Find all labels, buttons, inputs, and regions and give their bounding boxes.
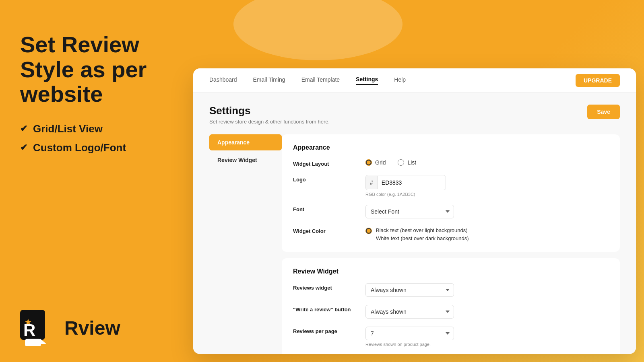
widget-color-radio[interactable] — [365, 228, 372, 234]
logo-row: Logo # RGB color (e.g. 1A2B3C) — [293, 175, 609, 197]
nav-settings[interactable]: Settings — [356, 76, 378, 85]
reviews-widget-select[interactable]: Always shown Hidden Custom — [365, 283, 454, 297]
check-icon: ✔ — [20, 123, 27, 134]
nav-bar: Dashboard Email Timing Email Template Se… — [193, 68, 636, 93]
reviews-widget-control: Always shown Hidden Custom — [365, 283, 609, 297]
appearance-section: Appearance Widget Layout Grid — [282, 134, 620, 252]
svg-text:R: R — [23, 321, 35, 339]
settings-sidebar: Appearance Review Widget — [209, 134, 282, 354]
settings-header: Settings Set review store design & other… — [209, 105, 620, 125]
check-icon: ✔ — [20, 142, 27, 153]
write-review-row: "Write a review" button Always shown Hid… — [293, 305, 609, 319]
font-label: Font — [293, 205, 357, 212]
widget-layout-list-radio[interactable] — [398, 159, 404, 166]
font-control: Select Font Arial Roboto Open Sans Lato — [365, 205, 609, 218]
rgb-hint: RGB color (e.g. 1A2B3C) — [365, 192, 609, 197]
feature-list: ✔ Grid/List View ✔ Custom Logo/Font — [20, 123, 173, 160]
save-button[interactable]: Save — [587, 105, 620, 119]
widget-layout-grid-option[interactable]: Grid — [365, 159, 386, 166]
sidebar-item-appearance[interactable]: Appearance — [209, 134, 282, 150]
settings-title: Settings — [209, 105, 330, 117]
reviews-widget-row: Reviews widget Always shown Hidden Custo… — [293, 283, 609, 297]
color-text-input[interactable] — [378, 176, 446, 189]
nav-email-timing[interactable]: Email Timing — [253, 76, 285, 84]
review-widget-section-title: Review Widget — [293, 268, 609, 275]
logo-control: # RGB color (e.g. 1A2B3C) — [365, 175, 609, 197]
widget-layout-list-option[interactable]: List — [398, 159, 416, 166]
widget-layout-radio-group: Grid List — [365, 159, 609, 166]
logo-input-group: # — [365, 175, 446, 190]
logo-label: Logo — [293, 175, 357, 183]
settings-main: Appearance Widget Layout Grid — [282, 134, 620, 354]
brand-name: Rview — [64, 317, 120, 339]
write-review-select[interactable]: Always shown Hidden Custom — [365, 305, 454, 319]
reviews-per-page-hint: Reviews shown on product page. — [365, 342, 609, 347]
reviews-per-page-row: Reviews per page 5 7 10 15 20 Reviews sh… — [293, 327, 609, 347]
review-widget-section: Review Widget Reviews widget Always show… — [282, 258, 620, 354]
settings-body: Appearance Review Widget Appearance Widg… — [209, 134, 620, 354]
brand-area: ★ R Rview — [20, 294, 173, 346]
svg-rect-3 — [25, 339, 41, 346]
left-panel: Set Review Style as per website ✔ Grid/L… — [0, 0, 193, 362]
main-title: Set Review Style as per website — [20, 32, 173, 107]
widget-color-text: Black text (best over light backgrounds)… — [376, 226, 469, 242]
widget-color-control: Black text (best over light backgrounds)… — [365, 226, 609, 242]
reviews-per-page-select[interactable]: 5 7 10 15 20 — [365, 327, 454, 340]
reviews-widget-label: Reviews widget — [293, 283, 357, 291]
widget-layout-grid-label: Grid — [375, 159, 386, 166]
feature-item-1: ✔ Grid/List View — [20, 123, 173, 135]
feature-item-2: ✔ Custom Logo/Font — [20, 142, 173, 154]
sidebar-item-review-widget[interactable]: Review Widget — [209, 152, 282, 168]
write-review-label: "Write a review" button — [293, 305, 357, 313]
reviews-per-page-control: 5 7 10 15 20 Reviews shown on product pa… — [365, 327, 609, 347]
widget-layout-list-label: List — [407, 159, 416, 166]
appearance-section-title: Appearance — [293, 144, 609, 151]
widget-layout-row: Widget Layout Grid List — [293, 159, 609, 167]
write-review-control: Always shown Hidden Custom — [365, 305, 609, 319]
widget-color-line1: Black text (best over light backgrounds) — [376, 226, 469, 234]
font-select[interactable]: Select Font Arial Roboto Open Sans Lato — [365, 205, 454, 218]
upgrade-button[interactable]: UPGRADE — [576, 74, 620, 87]
settings-title-group: Settings Set review store design & other… — [209, 105, 330, 125]
widget-layout-control: Grid List — [365, 159, 609, 166]
widget-color-option: Black text (best over light backgrounds)… — [365, 226, 609, 242]
hash-prefix: # — [366, 176, 378, 189]
settings-subtitle: Set review store design & other function… — [209, 119, 330, 125]
nav-email-template[interactable]: Email Template — [301, 76, 340, 84]
content-area: Settings Set review store design & other… — [193, 93, 636, 354]
nav-dashboard[interactable]: Dashboard — [209, 76, 237, 84]
widget-color-line2: White text (best over dark backgrounds) — [376, 234, 469, 243]
nav-help[interactable]: Help — [394, 76, 406, 84]
widget-color-row: Widget Color Black text (best over light… — [293, 226, 609, 242]
widget-color-label: Widget Color — [293, 226, 357, 234]
font-row: Font Select Font Arial Roboto Open Sans … — [293, 205, 609, 218]
brand-logo-icon: ★ R — [20, 310, 56, 346]
app-window: Dashboard Email Timing Email Template Se… — [193, 68, 636, 354]
reviews-per-page-label: Reviews per page — [293, 327, 357, 334]
widget-layout-grid-radio[interactable] — [365, 159, 372, 166]
widget-layout-label: Widget Layout — [293, 159, 357, 167]
